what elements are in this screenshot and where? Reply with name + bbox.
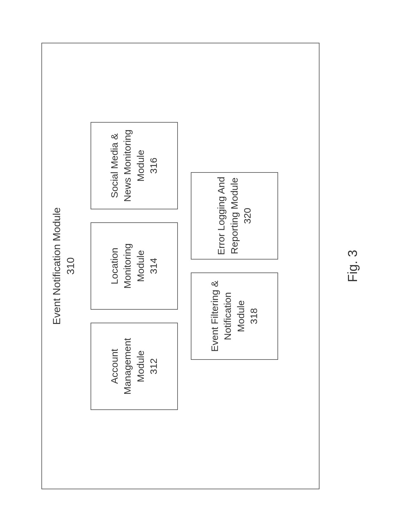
outer-title-line1: Event Notification Module <box>51 207 62 325</box>
event-filtering-label: Event Filtering & Notification Module 31… <box>208 281 261 352</box>
event-filtering-notification-module-box: Event Filtering & Notification Module 31… <box>191 272 278 360</box>
account-management-label: Account Management Module 312 <box>108 338 160 394</box>
module-row-2: Event Filtering & Notification Module 31… <box>191 172 278 360</box>
location-monitoring-module-box: Location Monitoring Module 314 <box>91 222 178 310</box>
social-media-news-label: Social Media & News Monitoring Module 31… <box>108 129 160 202</box>
outer-title-line2: 310 <box>65 257 76 274</box>
error-logging-label: Error Logging And Reporting Module 320 <box>215 177 254 255</box>
social-media-news-monitoring-module-box: Social Media & News Monitoring Module 31… <box>91 122 178 209</box>
error-logging-reporting-module-box: Error Logging And Reporting Module 320 <box>191 172 278 260</box>
figure-label: Fig. 3 <box>345 250 360 282</box>
location-monitoring-label: Location Monitoring Module 314 <box>108 227 160 305</box>
account-management-module-box: Account Management Module 312 <box>91 323 178 410</box>
rotated-stage: Event Notification Module 310 Account Ma… <box>23 23 378 509</box>
event-notification-module-box: Event Notification Module 310 Account Ma… <box>41 43 320 489</box>
outer-box-title: Event Notification Module 310 <box>50 207 78 325</box>
module-row-1: Account Management Module 312 Location M… <box>91 122 178 410</box>
